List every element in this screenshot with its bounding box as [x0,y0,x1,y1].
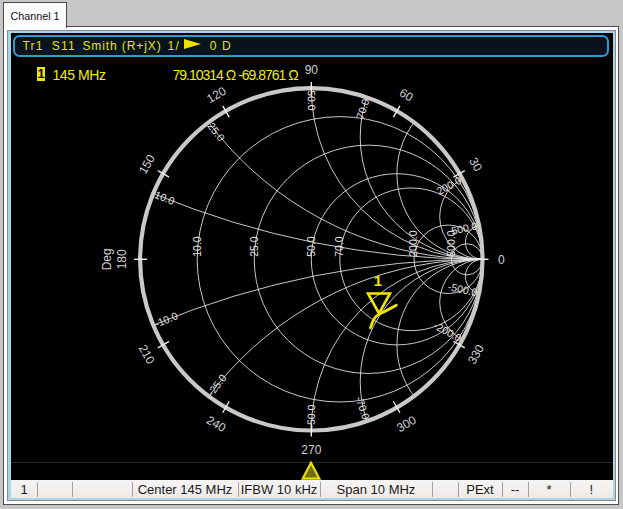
svg-text:120: 120 [204,84,229,106]
svg-text:70.0: 70.0 [354,97,372,120]
svg-text:330: 330 [465,342,487,367]
svg-text:300: 300 [394,413,419,435]
svg-text:50.0: 50.0 [305,236,317,257]
svg-text:10.0: 10.0 [153,188,177,207]
svg-text:500.0: 500.0 [450,219,478,236]
svg-text:0: 0 [498,252,505,266]
svg-text:-200.0: -200.0 [432,319,464,344]
svg-text:210: 210 [136,342,158,367]
svg-text:-10.0: -10.0 [153,309,180,329]
svg-text:-50.0: -50.0 [305,404,317,428]
svg-text:10.0: 10.0 [191,236,203,257]
svg-text:200.0: 200.0 [434,174,463,197]
svg-text:270: 270 [301,443,321,457]
svg-text:1: 1 [374,272,382,289]
svg-text:90: 90 [305,63,319,77]
svg-text:60: 60 [397,86,416,105]
svg-text:150: 150 [136,152,158,177]
svg-text:25.0: 25.0 [248,236,260,257]
svg-text:70.0: 70.0 [333,236,345,257]
svg-text:25.0: 25.0 [205,120,227,144]
svg-text:-500.0: -500.0 [447,280,479,298]
svg-text:Deg: Deg [100,248,114,270]
svg-text:240: 240 [204,413,229,435]
svg-text:50.0: 50.0 [306,90,318,111]
svg-text:200.0: 200.0 [407,230,419,256]
svg-text:180: 180 [115,249,129,269]
svg-text:30: 30 [466,155,485,174]
